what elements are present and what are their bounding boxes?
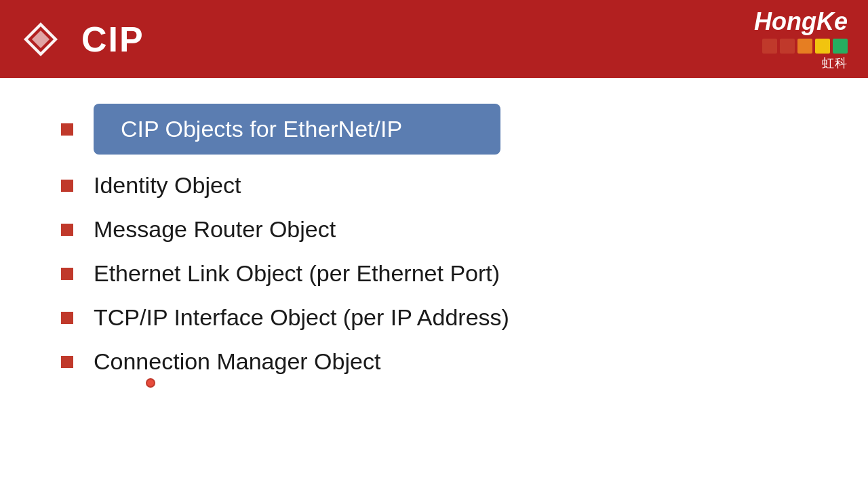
list-item-5: Connection Manager Object: [54, 343, 814, 380]
logo-square-3: [797, 39, 812, 54]
page-title: CIP: [81, 19, 144, 60]
bullet-text-5: Connection Manager Object: [94, 348, 380, 375]
bullet-text-1: Identity Object: [94, 172, 241, 199]
logo-square-2: [780, 39, 795, 54]
logo-subtitle: 虹科: [822, 55, 848, 71]
bullet-icon-0: [61, 123, 73, 136]
cursor-dot: [146, 378, 155, 388]
bullet-text-2: Message Router Object: [94, 216, 336, 243]
header-left: CIP: [20, 19, 144, 60]
logo-square-1: [762, 39, 777, 54]
bullet-icon-4: [61, 312, 73, 324]
bullet-text-4: TCP/IP Interface Object (per IP Address): [94, 304, 509, 331]
logo-area: HongKe 虹科: [754, 7, 848, 71]
main-content: CIP Objects for EtherNet/IP Identity Obj…: [0, 78, 868, 401]
logo-square-5: [833, 39, 848, 54]
logo-square-4: [815, 39, 830, 54]
list-item-3: Ethernet Link Object (per Ethernet Port): [54, 255, 814, 292]
logo-text-hong: HongKe: [754, 7, 848, 36]
bullet-icon-3: [61, 268, 73, 280]
list-item-1: Identity Object: [54, 167, 814, 204]
logo-squares: [762, 39, 848, 54]
list-item-0: CIP Objects for EtherNet/IP: [54, 98, 814, 160]
diamond-icon: [20, 19, 61, 60]
logo-name: HongKe: [754, 7, 848, 36]
list-item-2: Message Router Object: [54, 211, 814, 248]
bullet-icon-1: [61, 180, 73, 192]
bullet-icon-2: [61, 224, 73, 236]
bullet-icon-5: [61, 356, 73, 368]
bullet-list: CIP Objects for EtherNet/IP Identity Obj…: [54, 98, 814, 380]
list-item-4: TCP/IP Interface Object (per IP Address): [54, 299, 814, 336]
header: CIP HongKe 虹科: [0, 0, 868, 78]
highlighted-item: CIP Objects for EtherNet/IP: [94, 104, 500, 155]
bullet-text-3: Ethernet Link Object (per Ethernet Port): [94, 260, 500, 287]
